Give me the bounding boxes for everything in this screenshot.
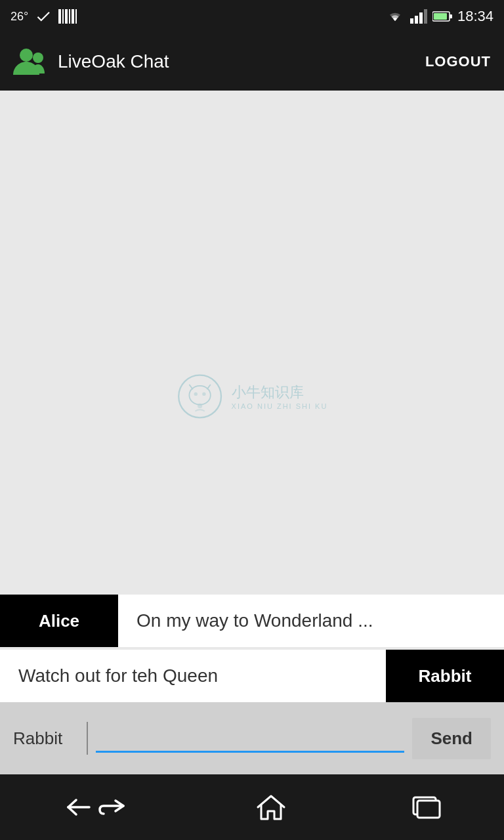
- home-button[interactable]: [235, 786, 307, 828]
- back-icon: [62, 795, 96, 820]
- input-divider: [87, 722, 88, 755]
- svg-point-21: [198, 404, 202, 408]
- svg-rect-23: [417, 801, 440, 818]
- svg-rect-7: [415, 16, 418, 24]
- svg-rect-9: [424, 9, 427, 24]
- status-bar: 26°: [0, 0, 504, 33]
- message-input[interactable]: [96, 724, 404, 753]
- back-nav-icon: [96, 795, 132, 819]
- temperature-label: 26°: [10, 10, 28, 24]
- svg-point-20: [202, 392, 205, 396]
- time-label: 18:34: [457, 8, 494, 25]
- svg-line-17: [189, 385, 192, 389]
- wifi-icon: [385, 9, 405, 24]
- app-header: LiveOak Chat LOGOUT: [0, 33, 504, 91]
- chat-area: 小牛知识库 XIAO NIU ZHI SHI KU Alice On my wa…: [0, 91, 504, 702]
- svg-rect-5: [75, 9, 77, 24]
- app-title: LiveOak Chat: [58, 51, 169, 72]
- watermark-sub: XIAO NIU ZHI SHI KU: [232, 402, 328, 410]
- back-button[interactable]: [42, 788, 152, 826]
- signal-icon: [410, 9, 427, 24]
- svg-rect-8: [419, 12, 423, 24]
- watermark-text: 小牛知识库 XIAO NIU ZHI SHI KU: [232, 383, 328, 410]
- input-area: Rabbit Send: [0, 702, 504, 774]
- sender-badge-alice: Alice: [0, 595, 118, 647]
- svg-rect-0: [58, 9, 61, 24]
- current-user-label: Rabbit: [13, 728, 79, 749]
- svg-rect-3: [69, 9, 70, 24]
- message-bubble-rabbit: Watch out for teh Queen: [0, 650, 386, 702]
- user-icon: [13, 46, 47, 77]
- header-left: LiveOak Chat: [13, 46, 169, 77]
- message-row: Watch out for teh Queen Rabbit: [0, 650, 504, 702]
- checkmark-icon: [35, 8, 52, 25]
- watermark-main: 小牛知识库: [232, 383, 328, 402]
- message-row: Alice On my way to Wonderland ...: [0, 595, 504, 647]
- messages-container: Alice On my way to Wonderland ... Watch …: [0, 595, 504, 702]
- logout-button[interactable]: LOGOUT: [425, 53, 491, 70]
- status-left: 26°: [10, 8, 77, 25]
- svg-point-19: [194, 392, 198, 396]
- svg-point-15: [178, 375, 221, 418]
- svg-point-14: [33, 52, 43, 63]
- svg-rect-11: [450, 14, 452, 18]
- svg-rect-12: [434, 13, 447, 20]
- recents-icon: [410, 794, 443, 820]
- watermark: 小牛知识库 XIAO NIU ZHI SHI KU: [177, 373, 328, 420]
- send-button[interactable]: Send: [412, 718, 491, 759]
- recents-button[interactable]: [390, 788, 463, 827]
- barcode-icon: [58, 9, 77, 24]
- battery-icon: [432, 10, 452, 22]
- nav-bar: [0, 774, 504, 840]
- svg-rect-6: [410, 18, 413, 24]
- svg-rect-1: [62, 9, 64, 24]
- svg-line-18: [207, 385, 210, 389]
- message-bubble-alice: On my way to Wonderland ...: [118, 595, 504, 647]
- watermark-logo: [177, 373, 224, 420]
- home-icon: [255, 793, 287, 822]
- svg-rect-2: [65, 9, 68, 24]
- status-right: 18:34: [385, 8, 494, 25]
- sender-badge-rabbit: Rabbit: [386, 650, 504, 702]
- svg-rect-4: [72, 9, 74, 24]
- svg-point-13: [20, 49, 33, 62]
